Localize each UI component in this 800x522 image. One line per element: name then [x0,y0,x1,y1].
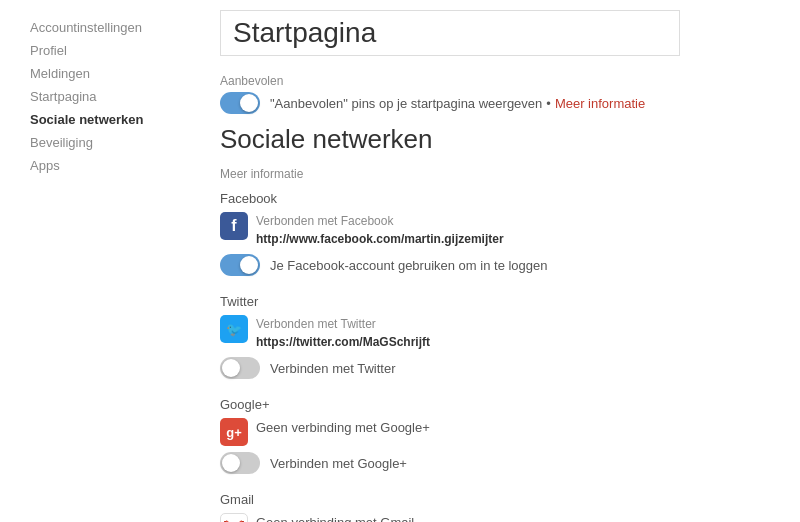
network-gmail: Gmail Geen verbinding met Gmail [220,492,770,522]
googleplus-toggle-row: Verbinden met Google+ [220,452,770,474]
gmail-icon [220,513,248,522]
sociale-netwerken-title: Sociale netwerken [220,124,770,155]
sidebar-item-apps[interactable]: Apps [30,158,190,173]
facebook-url: http://www.facebook.com/martin.gijzemijt… [256,230,504,248]
sidebar: Accountinstellingen Profiel Meldingen St… [0,0,210,522]
facebook-connected-label: Verbonden met Facebook [256,212,504,230]
twitter-icon: 🐦 [220,315,248,343]
aanbevolen-toggle[interactable] [220,92,260,114]
facebook-name: Facebook [220,191,770,206]
twitter-toggle-row: Verbinden met Twitter [220,357,770,379]
sidebar-item-startpagina[interactable]: Startpagina [30,89,190,104]
meer-informatie-label: Meer informatie [220,167,770,181]
googleplus-connected-row: g+ Geen verbinding met Google+ [220,418,770,446]
googleplus-name: Google+ [220,397,770,412]
facebook-info: Verbonden met Facebook http://www.facebo… [256,212,504,248]
gmail-connected-row: Geen verbinding met Gmail [220,513,770,522]
facebook-toggle-row: Je Facebook-account gebruiken om in te l… [220,254,770,276]
network-googleplus: Google+ g+ Geen verbinding met Google+ V… [220,397,770,474]
facebook-icon: f [220,212,248,240]
facebook-toggle-label: Je Facebook-account gebruiken om in te l… [270,258,548,273]
sidebar-item-accountinstellingen[interactable]: Accountinstellingen [30,20,190,35]
twitter-connected-row: 🐦 Verbonden met Twitter https://twitter.… [220,315,770,351]
aanbevolen-text: "Aanbevolen" pins op je startpagina weer… [270,96,542,111]
page-title: Startpagina [220,10,680,56]
facebook-toggle-knob [240,256,258,274]
twitter-toggle-label: Verbinden met Twitter [270,361,396,376]
sidebar-item-beveiliging[interactable]: Beveiliging [30,135,190,150]
sidebar-item-meldingen[interactable]: Meldingen [30,66,190,81]
gmail-name: Gmail [220,492,770,507]
main-content: Startpagina Aanbevolen "Aanbevolen" pins… [210,0,800,522]
googleplus-toggle[interactable] [220,452,260,474]
aanbevolen-row: "Aanbevolen" pins op je startpagina weer… [220,92,770,114]
network-facebook: Facebook f Verbonden met Facebook http:/… [220,191,770,276]
twitter-name: Twitter [220,294,770,309]
twitter-toggle[interactable] [220,357,260,379]
googleplus-toggle-knob [222,454,240,472]
facebook-connected-row: f Verbonden met Facebook http://www.face… [220,212,770,248]
app-layout: Accountinstellingen Profiel Meldingen St… [0,0,800,522]
googleplus-toggle-label: Verbinden met Google+ [270,456,407,471]
googleplus-info: Geen verbinding met Google+ [256,418,430,438]
twitter-info: Verbonden met Twitter https://twitter.co… [256,315,430,351]
toggle-knob [240,94,258,112]
sidebar-item-profiel[interactable]: Profiel [30,43,190,58]
sidebar-item-sociale-netwerken[interactable]: Sociale netwerken [30,112,190,127]
googleplus-icon: g+ [220,418,248,446]
gmail-info: Geen verbinding met Gmail [256,513,414,522]
network-twitter: Twitter 🐦 Verbonden met Twitter https://… [220,294,770,379]
googleplus-not-connected: Geen verbinding met Google+ [256,418,430,438]
gmail-not-connected: Geen verbinding met Gmail [256,513,414,522]
facebook-toggle[interactable] [220,254,260,276]
twitter-toggle-knob [222,359,240,377]
twitter-url: https://twitter.com/MaGSchrijft [256,333,430,351]
twitter-connected-label: Verbonden met Twitter [256,315,430,333]
aanbevolen-label: Aanbevolen [220,74,770,88]
aanbevolen-separator: • [546,96,551,111]
aanbevolen-meer-link[interactable]: Meer informatie [555,96,645,111]
